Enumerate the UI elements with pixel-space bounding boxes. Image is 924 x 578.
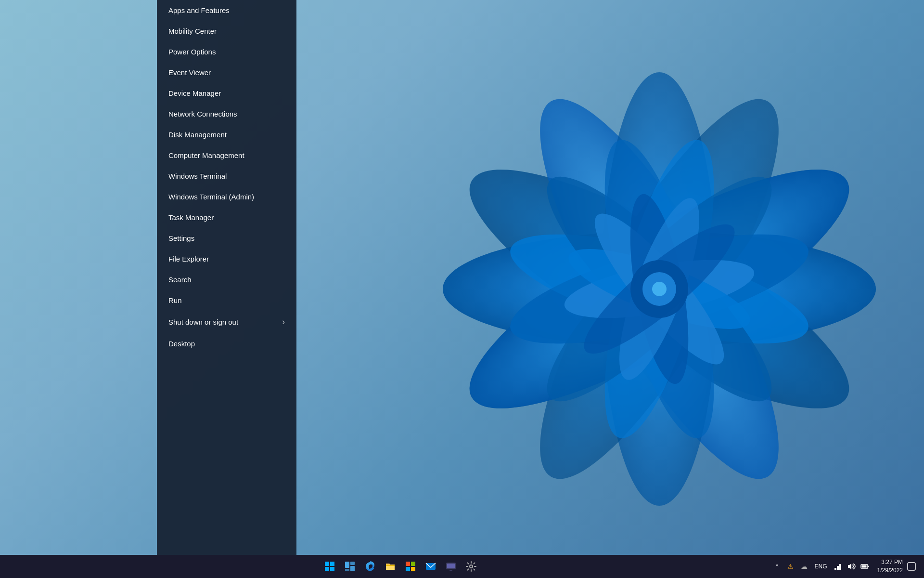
menu-item-search[interactable]: Search: [157, 269, 296, 290]
menu-item-label-search: Search: [168, 276, 285, 284]
menu-item-apps-features[interactable]: Apps and Features: [157, 0, 296, 21]
menu-item-file-explorer[interactable]: File Explorer: [157, 249, 296, 269]
menu-item-label-run: Run: [168, 296, 285, 304]
notification-button[interactable]: [907, 562, 916, 571]
svg-rect-32: [406, 562, 410, 566]
svg-rect-42: [837, 566, 839, 570]
svg-rect-34: [406, 567, 410, 571]
svg-rect-33: [411, 562, 415, 566]
menu-item-label-apps-features: Apps and Features: [168, 6, 285, 14]
menu-item-label-file-explorer: File Explorer: [168, 255, 285, 263]
menu-item-label-device-manager: Device Manager: [168, 89, 285, 97]
menu-item-disk-management[interactable]: Disk Management: [157, 124, 296, 145]
menu-item-label-windows-terminal-admin: Windows Terminal (Admin): [168, 193, 285, 201]
whiteboard-button[interactable]: [442, 558, 460, 575]
network-icon[interactable]: [833, 562, 843, 571]
menu-item-network-connections[interactable]: Network Connections: [157, 104, 296, 124]
context-menu: Apps and FeaturesMobility CenterPower Op…: [157, 0, 296, 555]
menu-item-windows-terminal-admin[interactable]: Windows Terminal (Admin): [157, 186, 296, 207]
taskbar-center: [29, 558, 772, 575]
menu-item-computer-management[interactable]: Computer Management: [157, 145, 296, 166]
svg-marker-44: [848, 564, 851, 569]
volume-icon[interactable]: [847, 562, 856, 571]
svg-rect-25: [330, 562, 334, 566]
menu-item-event-viewer[interactable]: Event Viewer: [157, 62, 296, 83]
menu-item-windows-terminal[interactable]: Windows Terminal: [157, 166, 296, 186]
svg-rect-28: [345, 562, 349, 568]
svg-rect-30: [350, 566, 355, 571]
language-indicator[interactable]: ENG: [813, 563, 829, 570]
svg-rect-31: [345, 569, 349, 571]
battery-icon[interactable]: [860, 562, 870, 571]
menu-item-power-options[interactable]: Power Options: [157, 41, 296, 62]
clock-time: 3:27 PM: [877, 558, 903, 566]
svg-rect-48: [908, 563, 915, 570]
menu-item-settings[interactable]: Settings: [157, 228, 296, 249]
svg-rect-43: [839, 564, 841, 570]
clock-date: 1/29/2022: [877, 566, 903, 575]
settings-button[interactable]: [462, 558, 480, 575]
system-tray-warning[interactable]: ⚠: [786, 562, 796, 571]
svg-rect-38: [447, 564, 455, 568]
edge-button[interactable]: [361, 558, 379, 575]
menu-item-label-event-viewer: Event Viewer: [168, 68, 285, 77]
menu-item-label-windows-terminal: Windows Terminal: [168, 172, 285, 180]
svg-rect-35: [411, 567, 415, 571]
system-tray-expand[interactable]: ^: [772, 562, 782, 571]
menu-item-shut-down[interactable]: Shut down or sign out: [157, 311, 296, 333]
menu-item-device-manager[interactable]: Device Manager: [157, 83, 296, 104]
svg-rect-39: [449, 570, 452, 571]
menu-item-label-settings: Settings: [168, 234, 285, 242]
menu-item-task-manager[interactable]: Task Manager: [157, 207, 296, 228]
menu-item-mobility-center[interactable]: Mobility Center: [157, 21, 296, 41]
wallpaper-svg: [298, 0, 924, 578]
svg-rect-29: [350, 562, 355, 565]
menu-item-label-network-connections: Network Connections: [168, 110, 285, 118]
menu-item-label-desktop: Desktop: [168, 340, 285, 348]
menu-item-label-power-options: Power Options: [168, 48, 285, 56]
svg-point-23: [652, 282, 667, 296]
svg-rect-46: [861, 565, 866, 568]
start-button[interactable]: [321, 558, 338, 575]
taskbar-right: ^ ⚠ ☁ ENG: [772, 558, 924, 575]
svg-rect-47: [868, 566, 869, 567]
svg-rect-24: [325, 562, 329, 566]
mail-button[interactable]: [422, 558, 439, 575]
clock[interactable]: 3:27 PM 1/29/2022: [873, 558, 903, 575]
menu-item-label-shut-down: Shut down or sign out: [168, 318, 282, 326]
svg-rect-41: [834, 568, 836, 570]
store-button[interactable]: [402, 558, 419, 575]
menu-item-label-task-manager: Task Manager: [168, 213, 285, 222]
menu-item-desktop[interactable]: Desktop: [157, 333, 296, 354]
svg-rect-26: [325, 567, 329, 571]
file-explorer-button[interactable]: [382, 558, 399, 575]
svg-rect-27: [330, 567, 334, 571]
menu-item-label-disk-management: Disk Management: [168, 131, 285, 139]
desktop-background: [0, 0, 924, 578]
svg-point-40: [470, 565, 473, 568]
menu-item-label-computer-management: Computer Management: [168, 151, 285, 159]
menu-item-run[interactable]: Run: [157, 290, 296, 311]
widgets-button[interactable]: [341, 558, 359, 575]
menu-item-label-mobility-center: Mobility Center: [168, 27, 285, 35]
taskbar: ^ ⚠ ☁ ENG: [0, 555, 924, 578]
system-tray-cloud[interactable]: ☁: [799, 562, 809, 571]
